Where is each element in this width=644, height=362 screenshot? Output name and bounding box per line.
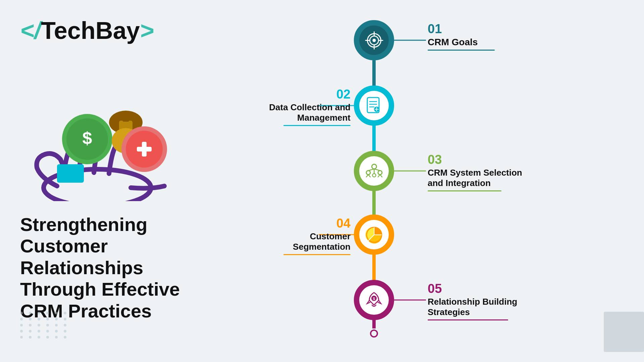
step-4-label: 04 Customer Segmentation xyxy=(250,216,351,255)
dots-decoration xyxy=(20,312,66,342)
svg-line-43 xyxy=(374,169,380,171)
step-2-number: 02 xyxy=(250,87,351,102)
step-4-number: 04 xyxy=(250,216,351,231)
svg-point-19 xyxy=(371,330,377,337)
logo-bracket-left: </ xyxy=(20,17,41,44)
illustration: $ xyxy=(20,67,195,201)
step-1-label: 01 CRM Goals xyxy=(428,22,522,51)
step-5: $ 05 Relationship Building Strategies xyxy=(354,280,394,320)
svg-rect-12 xyxy=(142,142,147,157)
step-4: 04 Customer Segmentation xyxy=(354,215,394,255)
logo-text: TechBay xyxy=(41,17,140,44)
svg-point-39 xyxy=(372,164,376,169)
svg-text:$: $ xyxy=(83,128,92,148)
main-title-block: Strengthening Customer Relationships Thr… xyxy=(20,214,208,322)
step-2-title: Data Collection and Management xyxy=(250,102,351,123)
svg-rect-1 xyxy=(57,164,84,183)
svg-point-44 xyxy=(372,174,376,177)
step-5-label: 05 Relationship Building Strategies xyxy=(428,282,528,320)
step-1: 01 CRM Goals xyxy=(354,20,394,60)
step-3-label: 03 CRM System Selection and Integration xyxy=(428,153,528,191)
step-5-title: Relationship Building Strategies xyxy=(428,297,528,317)
svg-rect-8 xyxy=(122,116,129,122)
step-3: 03 CRM System Selection and Integration xyxy=(354,151,394,191)
logo: </ TechBay > xyxy=(20,17,154,44)
gray-decoration xyxy=(604,312,644,352)
svg-point-40 xyxy=(366,171,370,175)
timeline: 01 CRM Goals 02 Data Collection and Mana… xyxy=(309,10,610,352)
svg-text:$: $ xyxy=(373,297,375,301)
step-5-number: 05 xyxy=(428,282,528,296)
svg-point-27 xyxy=(372,39,376,42)
step-1-title: CRM Goals xyxy=(428,37,522,48)
main-title: Strengthening Customer Relationships Thr… xyxy=(20,214,208,322)
svg-line-42 xyxy=(368,169,374,171)
step-2: 02 Data Collection and Management xyxy=(354,85,394,126)
step-2-label: 02 Data Collection and Management xyxy=(250,87,351,126)
svg-point-41 xyxy=(378,171,382,175)
logo-bracket-right: > xyxy=(140,17,154,44)
step-3-title: CRM System Selection and Integration xyxy=(428,168,528,188)
step-1-number: 01 xyxy=(428,22,522,36)
step-3-number: 03 xyxy=(428,153,528,167)
step-4-title: Customer Segmentation xyxy=(250,231,351,252)
